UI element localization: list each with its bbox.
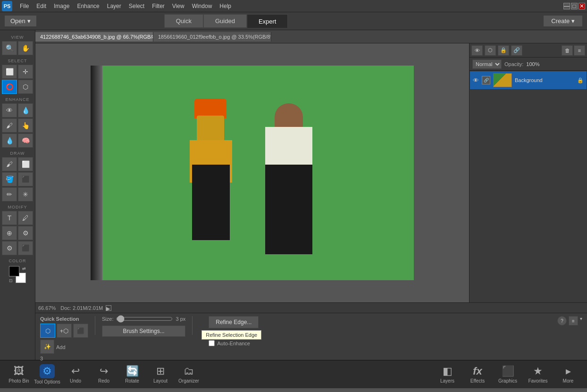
size-label: Size: xyxy=(102,316,113,322)
more-button[interactable]: ▸ More xyxy=(554,365,582,384)
photo-bin-button[interactable]: 🖼 Photo Bin xyxy=(5,365,33,384)
tab-quick[interactable]: Quick xyxy=(164,14,203,28)
lasso-tool[interactable]: ⭕ xyxy=(2,80,17,94)
more-options-icon[interactable]: ≡ xyxy=(574,45,585,56)
chevron-up-icon[interactable]: ▾ xyxy=(580,316,582,321)
open-button[interactable]: Open ▾ xyxy=(5,16,36,26)
brush-mode-icons: ⬡ +⬡ ⬛ xyxy=(40,324,88,338)
organizer-button[interactable]: 🗂 Organizer xyxy=(175,365,203,384)
recompose-tool[interactable]: ⚙ xyxy=(18,226,33,240)
minimize-button[interactable]: — xyxy=(563,3,570,9)
quick-selection-tool[interactable]: ⬡ xyxy=(18,80,33,94)
menu-filter[interactable]: Filter xyxy=(148,2,168,10)
options-menu-icon[interactable]: ≡ xyxy=(569,316,578,325)
swap-colors-icon[interactable]: ⇄ xyxy=(22,266,26,271)
eraser-tool[interactable]: ⬜ xyxy=(18,157,33,171)
progress-indicator[interactable]: ▶ xyxy=(106,305,111,311)
smudge-tool[interactable]: 👆 xyxy=(18,118,33,133)
undo-button[interactable]: ↩ Undo xyxy=(61,365,90,384)
delete-layer-icon[interactable]: 🗑 xyxy=(562,45,573,56)
favorites-button[interactable]: ★ Favorites xyxy=(524,365,552,384)
menu-help[interactable]: Help xyxy=(216,2,235,10)
layers-visibility-icon[interactable]: 👁 xyxy=(471,45,483,56)
file-tab-1[interactable]: 1856619660_012f9eefbb_o.jpg @ 33.5%(RGB/… xyxy=(153,32,271,42)
content-aware-tool[interactable]: ⚙ xyxy=(2,241,17,255)
add-brush-button[interactable]: +⬡ xyxy=(57,324,72,338)
subtract-brush-button[interactable]: ⬛ xyxy=(73,324,88,338)
straighten-tool[interactable]: ⬛ xyxy=(18,241,33,255)
maximize-button[interactable]: □ xyxy=(571,3,578,9)
layer-chain-icon[interactable]: 🔗 xyxy=(482,76,490,84)
tab-guided[interactable]: Guided xyxy=(203,14,247,28)
menu-layer[interactable]: Layer xyxy=(103,2,125,10)
blend-mode-select[interactable]: Normal xyxy=(472,59,502,69)
file-tabs-bar: 4122688746_63ab634908_b.jpg @ 66.7%(RGB/… xyxy=(35,30,587,43)
type-tool[interactable]: T xyxy=(2,211,17,225)
effects-button[interactable]: fx Effects xyxy=(463,365,492,384)
zoom-tool[interactable]: 🔍 xyxy=(2,41,17,55)
lock-icon[interactable]: 🔒 xyxy=(498,45,509,56)
draw-tools-2: 🪣 ⬛ xyxy=(2,172,33,186)
help-icon[interactable]: ? xyxy=(557,316,567,325)
effects-label: Effects xyxy=(470,378,485,384)
paint-bucket-tool[interactable]: 🪣 xyxy=(2,172,17,186)
draw-tools-3: ✏ ✳ xyxy=(2,187,33,201)
create-button[interactable]: Create ▾ xyxy=(544,16,582,26)
number-label: 3 xyxy=(40,356,88,361)
rotate-icon: 🔄 xyxy=(126,365,139,377)
brush-settings-button[interactable]: Brush Settings... xyxy=(102,325,185,337)
crop-tool[interactable]: ⊕ xyxy=(2,226,17,240)
graphics-icon: ⬛ xyxy=(502,365,514,377)
layers-button[interactable]: ◧ Layers xyxy=(433,365,461,384)
layer-visibility-icon[interactable]: 👁 xyxy=(473,77,479,84)
menu-view[interactable]: View xyxy=(168,2,188,10)
default-colors-icon[interactable]: ⊡ xyxy=(9,278,13,283)
app-logo: PS xyxy=(2,1,12,11)
refine-edge-button[interactable]: Refine Edge... xyxy=(209,316,259,328)
menu-image[interactable]: Image xyxy=(50,2,73,10)
tool-options-button[interactable]: ⚙ Tool Options xyxy=(33,364,61,384)
layer-row-background[interactable]: 👁 🔗 Background 🔒 xyxy=(470,71,587,90)
menu-file[interactable]: File xyxy=(16,2,33,10)
menu-enhance[interactable]: Enhance xyxy=(73,2,103,10)
layer-thumbnail xyxy=(493,73,512,87)
eyedropper-tool[interactable]: 💧 xyxy=(18,103,33,117)
size-slider[interactable] xyxy=(116,316,173,322)
rotate-button[interactable]: 🔄 Rotate xyxy=(118,365,146,384)
menu-edit[interactable]: Edit xyxy=(33,2,50,10)
redo-button[interactable]: ↪ Redo xyxy=(90,365,118,384)
blur-tool[interactable]: 🧠 xyxy=(18,133,33,148)
file-tab-0[interactable]: 4122688746_63ab634908_b.jpg @ 66.7%(RGB/… xyxy=(35,32,153,42)
dodge-tool[interactable]: 💧 xyxy=(2,133,17,148)
eye-tool[interactable]: 👁 xyxy=(2,103,17,117)
hand-tool[interactable]: ✋ xyxy=(18,41,33,55)
move-tool[interactable]: ✛ xyxy=(18,65,33,79)
clone-tool[interactable]: ✳ xyxy=(18,187,33,201)
menu-window[interactable]: Window xyxy=(188,2,216,10)
selection-brush-button[interactable]: ⬡ xyxy=(40,324,55,338)
shape-tool[interactable]: ⬛ xyxy=(18,172,33,186)
type-mask-tool[interactable]: 🖊 xyxy=(18,211,33,225)
menu-select[interactable]: Select xyxy=(125,2,148,10)
marquee-tool[interactable]: ⬜ xyxy=(2,65,17,79)
new-layer-icon[interactable]: ⬡ xyxy=(485,45,496,56)
auto-enhance-row: Auto-Enhance xyxy=(209,340,259,346)
magic-wand-button[interactable]: ✨ xyxy=(40,340,54,354)
more-label: More xyxy=(563,378,574,384)
tab-expert[interactable]: Expert xyxy=(247,14,288,28)
graphics-button[interactable]: ⬛ Graphics xyxy=(494,365,522,384)
layers-panel: 👁 🔗 Background 🔒 xyxy=(470,71,587,302)
close-button[interactable]: ✕ xyxy=(579,3,585,9)
organizer-label: Organizer xyxy=(178,378,199,384)
foreground-color-swatch[interactable] xyxy=(9,266,19,276)
canvas-wrapper[interactable] xyxy=(35,43,469,302)
size-row: Size: 3 px xyxy=(102,316,185,322)
layout-button[interactable]: ⊞ Layout xyxy=(146,365,175,384)
brush-enhance-tool[interactable]: 🖌 xyxy=(2,118,17,133)
layer-lock-icon: 🔒 xyxy=(577,77,584,83)
pencil-tool[interactable]: ✏ xyxy=(2,187,17,201)
brush-tool[interactable]: 🖌 xyxy=(2,157,17,171)
modify-tools-2: ⚙ ⬛ xyxy=(2,241,33,255)
link-icon[interactable]: 🔗 xyxy=(511,45,522,56)
auto-enhance-checkbox[interactable] xyxy=(209,340,215,346)
